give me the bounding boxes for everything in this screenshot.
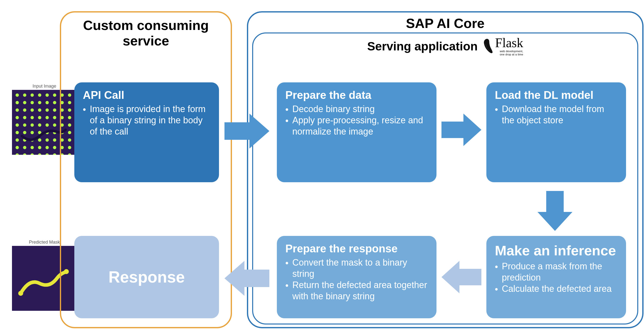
inference-card: Make an inference Produce a mask from th… (486, 236, 626, 318)
svg-marker-2 (224, 114, 269, 149)
load-model-card: Load the DL model Download the model fro… (486, 82, 626, 182)
svg-marker-4 (538, 191, 572, 231)
prepare-response-title: Prepare the response (285, 242, 428, 255)
arrow-prepare-response-to-response (224, 261, 269, 296)
response-title: Response (108, 268, 185, 286)
response-card: Response (74, 236, 219, 318)
flask-logo: Flask web development, one drop at a tim… (481, 37, 523, 56)
sap-ai-core-title: SAP AI Core (248, 13, 642, 33)
load-model-title: Load the DL model (495, 89, 618, 101)
prepare-data-card: Prepare the data Decode binary string Ap… (277, 82, 436, 182)
diagram-root: Input Image Predicted Mask Custom consum… (8, 8, 636, 321)
flask-wordmark: Flask (495, 37, 523, 50)
prepare-response-card: Prepare the response Convert the mask to… (277, 236, 436, 318)
arrow-load-to-inference (538, 191, 572, 231)
prepare-data-bullet-0: Decode binary string (285, 103, 428, 115)
arrow-apicall-to-prepare (224, 114, 269, 149)
svg-marker-3 (442, 114, 482, 146)
prepare-response-bullet-1: Return the defected area together with t… (285, 279, 428, 302)
inference-bullet-0: Produce a mask from the prediction (495, 261, 618, 283)
flask-horn-icon (481, 38, 494, 55)
prepare-data-bullet-1: Apply pre-processing, resize and normali… (285, 115, 428, 137)
svg-point-0 (18, 291, 23, 296)
load-model-bullet-0: Download the model from the object store (495, 103, 618, 126)
api-call-card: API Call Image is provided in the form o… (74, 82, 219, 182)
custom-consuming-service-title: Custom consuming service (61, 13, 231, 51)
prepare-data-title: Prepare the data (285, 89, 428, 101)
flask-sub1: web development, (495, 50, 523, 53)
inference-bullet-1: Calculate the defected area (495, 283, 618, 294)
serving-header: Serving application Flask web developmen… (253, 34, 637, 56)
flask-sub2: one drop at a time (495, 53, 523, 56)
arrow-prepare-to-load (442, 114, 482, 146)
api-call-title: API Call (83, 89, 210, 101)
prepare-response-bullet-0: Convert the mask to a binary string (285, 257, 428, 279)
inference-title: Make an inference (495, 242, 618, 259)
serving-application-title: Serving application (367, 40, 478, 53)
arrow-inference-to-prepare-response (442, 261, 482, 293)
svg-marker-6 (224, 261, 269, 296)
svg-marker-5 (442, 261, 482, 293)
api-call-bullet-0: Image is provided in the form of a binar… (83, 103, 210, 137)
